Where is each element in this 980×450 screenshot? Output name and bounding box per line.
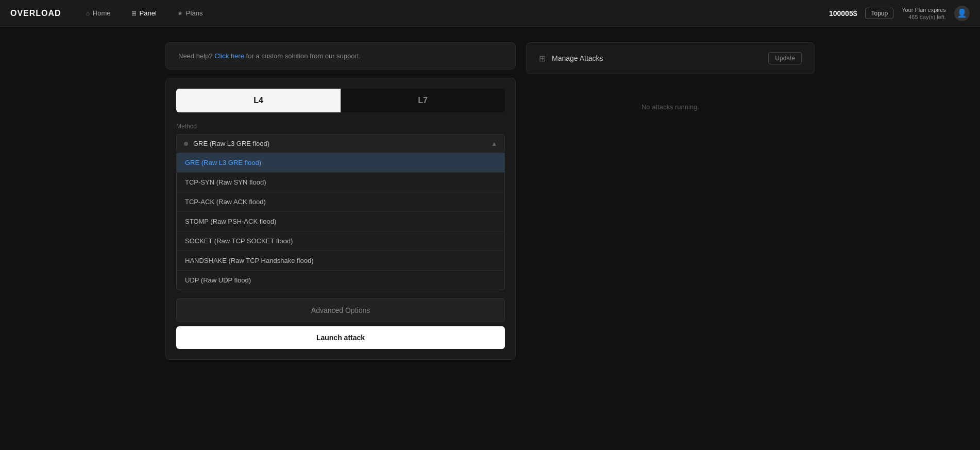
selected-method-name: GRE (Raw L3 GRE flood) <box>193 140 491 147</box>
help-link[interactable]: Click here <box>214 52 244 60</box>
method-select[interactable]: GRE (Raw L3 GRE flood) ▲ <box>176 134 505 153</box>
method-option-tcp-ack[interactable]: TCP-ACK (Raw ACK flood) <box>177 192 504 212</box>
avatar[interactable]: 👤 <box>954 6 970 21</box>
no-attacks-message: No attacks running. <box>526 82 815 131</box>
method-option-gre[interactable]: GRE (Raw L3 GRE flood) <box>177 153 504 173</box>
method-dot-icon <box>184 142 188 146</box>
navbar-right: 100005$ Topup Your Plan expires 465 day(… <box>829 6 970 21</box>
nav-home[interactable]: ⌂ Home <box>82 7 115 19</box>
right-column: ⊞ Manage Attacks Update No attacks runni… <box>526 42 815 360</box>
nav-plans[interactable]: ★ Plans <box>173 7 207 19</box>
advanced-options-button[interactable]: Advanced Options <box>176 298 505 322</box>
left-column: Need help? Click here for a custom solut… <box>165 42 516 360</box>
nav-plans-label: Plans <box>186 9 203 17</box>
method-dropdown: GRE (Raw L3 GRE flood) TCP-SYN (Raw SYN … <box>176 153 505 290</box>
help-suffix: for a custom solution from our support. <box>246 52 361 60</box>
balance-display: 100005$ <box>829 9 857 18</box>
manage-attacks-title: Manage Attacks <box>552 54 603 62</box>
nav-home-label: Home <box>93 9 111 17</box>
topup-button[interactable]: Topup <box>865 8 893 19</box>
method-option-stomp[interactable]: STOMP (Raw PSH-ACK flood) <box>177 212 504 231</box>
main-content: Need help? Click here for a custom solut… <box>155 27 825 375</box>
manage-attacks-panel: ⊞ Manage Attacks Update <box>526 42 815 74</box>
method-option-tcp-syn[interactable]: TCP-SYN (Raw SYN flood) <box>177 173 504 192</box>
days-left-label: 465 day(s) left. <box>908 14 946 20</box>
layer-tabs: L4 L7 <box>176 89 505 112</box>
method-option-socket[interactable]: SOCKET (Raw TCP SOCKET flood) <box>177 231 504 251</box>
tab-l7[interactable]: L7 <box>341 89 505 112</box>
nav-panel-label: Panel <box>140 9 157 17</box>
method-option-handshake[interactable]: HANDSHAKE (Raw TCP Handshake flood) <box>177 251 504 271</box>
method-label: Method <box>176 123 505 130</box>
nav-panel[interactable]: ⊞ Panel <box>127 7 161 19</box>
tab-l4[interactable]: L4 <box>176 89 341 112</box>
panel-icon: ⊞ <box>131 10 137 17</box>
brand-logo: OVERLOAD <box>10 9 61 18</box>
manage-attacks-icon: ⊞ <box>539 54 546 63</box>
user-info: Your Plan expires 465 day(s) left. <box>902 7 946 20</box>
method-option-udp[interactable]: UDP (Raw UDP flood) <box>177 271 504 290</box>
nav-links: ⌂ Home ⊞ Panel ★ Plans <box>82 7 207 19</box>
navbar: OVERLOAD ⌂ Home ⊞ Panel ★ Plans 100005$ … <box>0 0 980 27</box>
help-banner: Need help? Click here for a custom solut… <box>165 42 516 70</box>
manage-panel-left: ⊞ Manage Attacks <box>539 54 603 63</box>
plans-icon: ★ <box>177 10 183 17</box>
attack-panel: L4 L7 Method GRE (Raw L3 GRE flood) ▲ GR… <box>165 78 516 360</box>
update-button[interactable]: Update <box>768 52 802 64</box>
home-icon: ⌂ <box>86 10 90 17</box>
chevron-up-icon: ▲ <box>491 140 497 147</box>
launch-attack-button[interactable]: Launch attack <box>176 326 505 349</box>
user-expires-label: Your Plan expires <box>902 7 946 13</box>
help-prefix: Need help? <box>178 52 213 60</box>
